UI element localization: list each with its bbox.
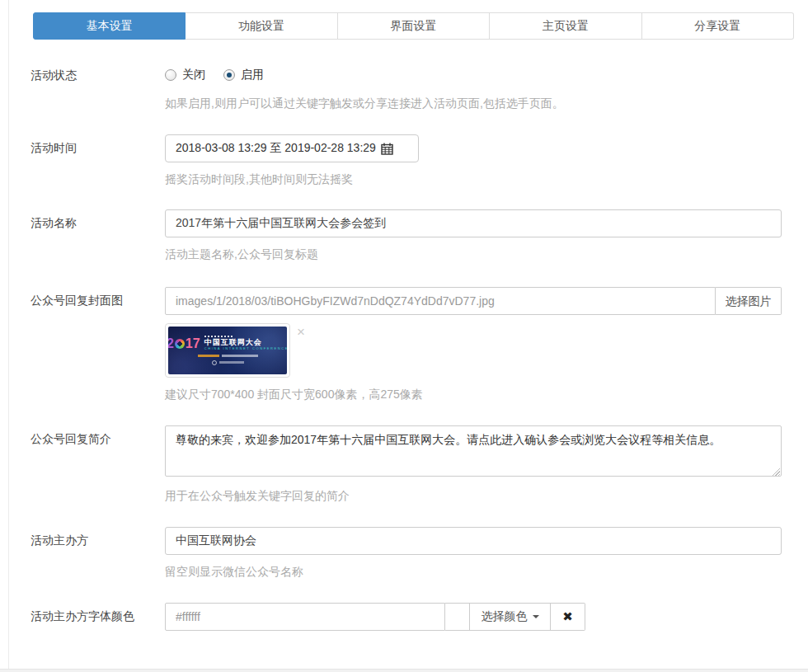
panel-bottom-border [0, 669, 808, 672]
activity-status-row: 活动状态 关闭 启用 如果启用,则用户可以通过关键字触发或分享连接进入活动页面,… [31, 62, 782, 111]
reply-cover-help: 建议尺寸700*400 封面尺寸宽600像素，高275像素 [165, 388, 782, 402]
organizer-help: 留空则显示微信公众号名称 [165, 565, 782, 580]
organizer-row: 活动主办方 留空则显示微信公众号名称 [31, 527, 782, 580]
clear-color-button[interactable]: ✖ [551, 603, 585, 631]
radio-off-label: 关闭 [182, 68, 205, 82]
activity-time-label: 活动时间 [31, 134, 165, 187]
tab-basic-settings[interactable]: 基本设置 [33, 12, 186, 40]
basic-settings-form: 活动状态 关闭 启用 如果启用,则用户可以通过关键字触发或分享连接进入活动页面,… [31, 62, 782, 654]
banner-dots [204, 336, 233, 337]
color-input-group: 选择颜色 ✖ [165, 603, 585, 631]
cover-image-path-input[interactable] [165, 287, 716, 315]
banner-subtitle: CHINA INTERNET CONFERENCE [204, 346, 287, 351]
radio-option-off[interactable]: 关闭 [165, 68, 205, 82]
reply-cover-label: 公众号回复封面图 [31, 287, 165, 402]
caret-down-icon [533, 615, 539, 618]
radio-circle-checked-icon[interactable] [223, 69, 235, 81]
banner-year-left: 2 [168, 337, 174, 350]
choose-image-button[interactable]: 选择图片 [716, 287, 782, 315]
remove-thumbnail-icon[interactable]: × [297, 325, 305, 339]
activity-status-label: 活动状态 [31, 62, 165, 111]
banner-ring-logo-icon [175, 339, 185, 349]
organizer-input[interactable] [165, 527, 782, 555]
tab-share-settings[interactable]: 分享设置 [642, 12, 794, 40]
activity-time-row: 活动时间 2018-03-08 13:29 至 2019-02-28 13:29 [31, 134, 782, 187]
tab-interface-settings[interactable]: 界面设置 [338, 12, 490, 40]
activity-name-input[interactable] [165, 209, 782, 237]
radio-on-label: 启用 [241, 68, 264, 82]
banner-logo-bar [212, 360, 244, 365]
activity-name-label: 活动名称 [31, 209, 165, 262]
organizer-label: 活动主办方 [31, 527, 165, 580]
activity-name-row: 活动名称 活动主题名称,公众号回复标题 [31, 209, 782, 262]
organizer-color-label: 活动主办方字体颜色 [31, 603, 165, 631]
cover-image-input-group: 选择图片 [165, 287, 782, 315]
calendar-icon[interactable] [381, 143, 393, 155]
reply-cover-row: 公众号回复封面图 选择图片 2 17 [31, 287, 782, 402]
reply-intro-help: 用于在公众号触发关键字回复的简介 [165, 489, 782, 504]
radio-option-on[interactable]: 启用 [223, 68, 264, 82]
date-range-input[interactable]: 2018-03-08 13:29 至 2019-02-28 13:29 [165, 134, 419, 162]
radio-circle-icon[interactable] [165, 69, 176, 81]
banner-date-bar [198, 355, 258, 357]
color-value-input[interactable] [165, 603, 445, 631]
color-preview-swatch [445, 603, 470, 631]
tab-function-settings[interactable]: 功能设置 [186, 12, 337, 40]
cover-thumbnail[interactable]: 2 17 中国互联网大会 CHINA INTERNET CONFERENCE [165, 323, 290, 378]
reply-intro-textarea[interactable] [165, 425, 782, 477]
choose-color-label: 选择颜色 [482, 609, 528, 624]
tab-homepage-settings[interactable]: 主页设置 [490, 12, 641, 40]
choose-color-button[interactable]: 选择颜色 [470, 603, 551, 631]
settings-tabs: 基本设置 功能设置 界面设置 主页设置 分享设置 [33, 12, 794, 40]
organizer-color-row: 活动主办方字体颜色 选择颜色 ✖ [31, 603, 782, 631]
reply-intro-label: 公众号回复简介 [31, 425, 165, 504]
reply-intro-row: 公众号回复简介 用于在公众号触发关键字回复的简介 [31, 425, 782, 504]
banner-title: 中国互联网大会 [204, 338, 262, 346]
cover-banner-image: 2 17 中国互联网大会 CHINA INTERNET CONFERENCE [168, 327, 287, 374]
date-range-value: 2018-03-08 13:29 至 2019-02-28 13:29 [176, 141, 376, 156]
panel-left-border [8, 0, 9, 669]
settings-page: 基本设置 功能设置 界面设置 主页设置 分享设置 活动状态 关闭 启用 [0, 0, 808, 672]
activity-status-radios: 关闭 启用 [165, 62, 782, 87]
activity-time-help: 摇奖活动时间段,其他时间则无法摇奖 [165, 172, 782, 187]
activity-status-help: 如果启用,则用户可以通过关键字触发或分享连接进入活动页面,包括选手页面。 [165, 96, 782, 111]
banner-year-right: 17 [186, 337, 200, 350]
cover-thumbnail-area: 2 17 中国互联网大会 CHINA INTERNET CONFERENCE [165, 323, 782, 378]
activity-name-help: 活动主题名称,公众号回复标题 [165, 247, 782, 262]
